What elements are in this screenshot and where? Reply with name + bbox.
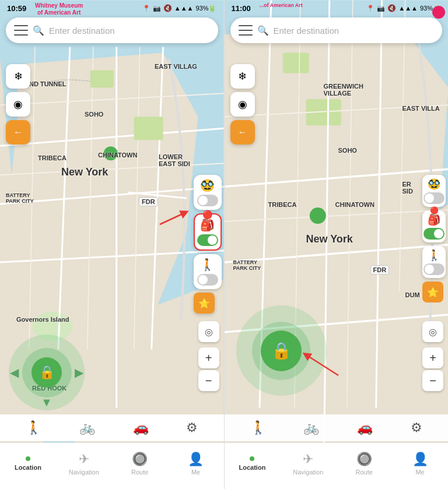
left-panel-left: ❄ ◉ ← [6,64,30,145]
nav-arrow-left-left[interactable]: ◀ [10,365,19,379]
nav-circle-outer-left: 🔒 ◀ ▶ ▼ [9,335,85,410]
walker-switch-right[interactable] [424,263,444,275]
hamburger-menu-right[interactable] [239,23,253,37]
tab-location-left[interactable]: Location [0,456,56,471]
svg-rect-26 [282,52,309,73]
route-icon-right: 🔘 [356,452,372,467]
transport-bar-left: 🚶 🚲 🚗 ⚙ [0,414,224,441]
tab-route-left[interactable]: 🔘 Route [112,452,168,476]
hamburger-menu-left[interactable] [14,23,28,37]
search-placeholder-right[interactable]: Enter destination [274,26,340,36]
svg-point-38 [309,207,326,224]
search-bar-right[interactable]: 🔍 Enter destination [230,17,443,43]
settings-btn-left[interactable]: ⚙ [186,420,198,435]
tab-navigation-label-right: Navigation [293,469,323,476]
walker-icon-left: 🚶 [200,258,215,272]
location-btn-right[interactable]: ◉ [230,92,255,117]
walker-icon-right: 🚶 [428,249,440,262]
lock-btn-right[interactable]: 🔒 [261,330,302,371]
goggles-switch-right[interactable] [424,192,444,204]
goggles-icon-left: 🥸 [200,178,215,192]
zoom-out-btn-left[interactable]: − [198,370,219,391]
car-btn-left[interactable]: 🚗 [133,420,149,435]
search-icon-right: 🔍 [257,25,269,36]
zoom-out-btn-right[interactable]: − [422,370,443,391]
tab-navigation-label-left: Navigation [69,469,99,476]
tab-route-label-right: Route [356,469,373,476]
tab-me-left[interactable]: 👤 Me [168,452,224,476]
status-icons-right: 📍 📷 🔇 ▲▲▲ 93%🔋 [366,4,441,12]
bottom-bar-left: Location ✈ Navigation 🔘 Route 👤 Me [0,442,224,489]
goggles-icon-right: 🥸 [428,178,440,191]
tab-route-right[interactable]: 🔘 Route [336,452,392,476]
tab-navigation-right[interactable]: ✈ Navigation [280,452,336,476]
walker-toggle-left[interactable]: 🚶 [194,254,222,289]
zoom-controls-right: ◎ + − [422,321,443,391]
tab-location-right[interactable]: Location [225,456,281,471]
search-bar-left[interactable]: 🔍 Enter destination [6,17,218,43]
zoom-in-btn-right[interactable]: + [422,347,443,368]
star-btn-right[interactable]: ⭐ [422,282,443,302]
walker-toggle-right[interactable]: 🚶 [422,246,446,278]
transport-bar-right: 🚶 🚲 🚗 ⚙ [225,414,449,441]
location-btn-left[interactable]: ◉ [6,92,30,117]
right-toggles-right: 🥸 🔴 🎒 🚶 ⭐ [422,175,446,302]
svg-rect-16 [90,70,114,87]
back-btn-left[interactable]: ← [6,120,30,145]
me-icon-left: 👤 [188,452,204,467]
car-btn-right[interactable]: 🚗 [357,420,373,435]
left-phone-screen: 10:59 📍 📷 🔇 ▲▲▲ 93%🔋 Whitney Museumof Am… [0,0,224,489]
me-icon-right: 👤 [412,452,428,467]
status-bar-left: 10:59 📍 📷 🔇 ▲▲▲ 93%🔋 [0,0,224,16]
location-dot-right [250,456,254,461]
tab-location-label-left: Location [15,464,41,471]
walker-switch-left[interactable] [197,274,218,286]
gps-btn-left[interactable]: ◎ [198,321,219,342]
walk-btn-right[interactable]: 🚶 [250,420,266,435]
backpack-toggle-left[interactable]: 🔴 🎒 [194,213,222,251]
backpack-icon-right: 🎒 [428,213,440,226]
nav-arrow-down-left[interactable]: ▼ [41,396,52,409]
goggles-switch-left[interactable] [197,195,218,206]
zoom-controls-left: ◎ + − [198,321,219,391]
route-icon-left: 🔘 [132,452,148,467]
backpack-switch-right[interactable] [424,228,444,240]
star-btn-left[interactable]: ⭐ [194,293,215,314]
nav-circle-outer-right: 🔒 [236,305,327,396]
pink-badge-right [432,6,445,19]
backpack-icon-left: 🎒 [200,218,215,232]
time-right: 11:00 [232,4,251,13]
settings-btn-right[interactable]: ⚙ [411,420,422,435]
backpack-toggle-right[interactable]: 🔴 🎒 [422,210,446,242]
zoom-in-btn-left[interactable]: + [198,347,219,368]
nav-arrow-right-left[interactable]: ▶ [75,365,83,379]
goggles-toggle-right[interactable]: 🥸 [422,175,446,207]
lock-btn-left[interactable]: 🔒 [32,357,62,388]
backpack-switch-left[interactable] [197,234,218,246]
time-left: 10:59 [7,4,26,13]
bottom-bar-right: Location ✈ Navigation 🔘 Route 👤 Me [225,442,449,489]
left-panel-right: ❄ ◉ ← [230,64,255,145]
right-phone-screen: 11:00 📍 📷 🔇 ▲▲▲ 93%🔋 ...of American Art … [225,0,449,489]
search-placeholder-left[interactable]: Enter destination [49,26,115,36]
tab-me-right[interactable]: 👤 Me [392,452,448,476]
search-icon-left: 🔍 [33,25,44,36]
status-icons-left: 📍 📷 🔇 ▲▲▲ 93%🔋 [142,4,217,12]
gps-btn-right[interactable]: ◎ [422,321,443,342]
bike-btn-left[interactable]: 🚲 [79,420,95,435]
tab-me-label-right: Me [415,469,424,476]
snowflake-btn-left[interactable]: ❄ [6,64,30,89]
navigation-icon-left: ✈ [79,452,89,467]
snowflake-btn-right[interactable]: ❄ [230,64,255,89]
svg-rect-17 [134,117,163,140]
nav-circle-inner-left: 🔒 [22,348,72,397]
walk-btn-left[interactable]: 🚶 [26,420,41,435]
goggles-toggle-left[interactable]: 🥸 [194,175,222,210]
tab-me-label-left: Me [191,469,200,476]
svg-point-18 [104,146,118,160]
bike-btn-right[interactable]: 🚲 [303,420,319,435]
back-btn-right[interactable]: ← [230,120,255,145]
tab-route-label-left: Route [131,469,148,476]
tab-navigation-left[interactable]: ✈ Navigation [56,452,112,476]
tab-location-label-right: Location [239,464,266,471]
